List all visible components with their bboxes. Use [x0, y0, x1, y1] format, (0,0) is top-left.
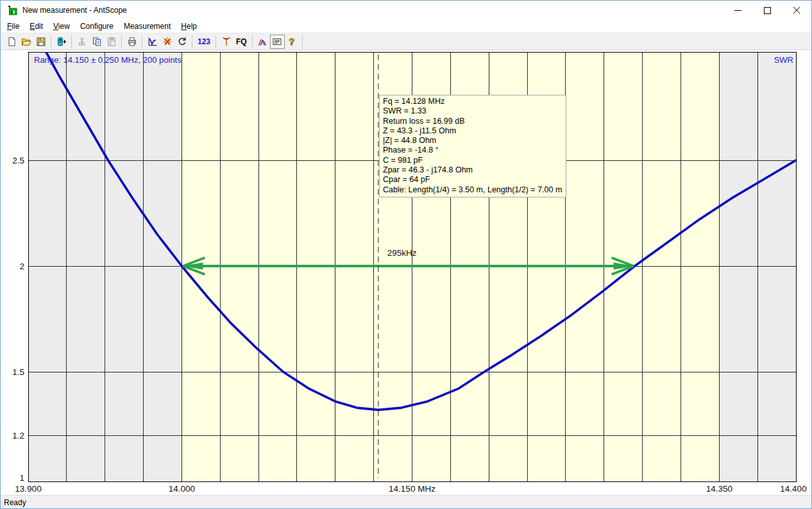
toolbar-separator [51, 35, 51, 48]
connect-analyzer-icon[interactable] [54, 35, 69, 49]
y-tick-label: 1.2 [12, 431, 24, 440]
data-tooltip-toggle-icon[interactable] [270, 35, 285, 49]
tooltip-line: Fq = 14.128 MHz [383, 97, 562, 106]
points-123-button[interactable]: 123 [195, 35, 213, 49]
new-document-icon[interactable] [4, 35, 19, 49]
window-controls [723, 1, 811, 20]
range-label: Range: 14.150 ± 0.250 MHz, 200 points [34, 55, 182, 65]
tooltip-line: C = 981 pF [383, 156, 562, 165]
swr-axis-label: SWR [774, 55, 793, 65]
toolbar-separator [121, 35, 122, 48]
save-file-icon[interactable] [33, 35, 48, 49]
tooltip-line: Cable: Length(1/4) = 3.50 m, Length(1/2)… [383, 185, 562, 195]
menu-view[interactable]: View [48, 21, 75, 33]
tooltip-line: Cpar = 64 pF [383, 175, 562, 185]
status-text: Ready [4, 498, 26, 507]
swr-chart-icon[interactable] [145, 35, 160, 49]
toolbar: 123FQ? [1, 33, 811, 50]
toolbar-separator [302, 35, 303, 48]
x-tick-label: 14.150 MHz [389, 484, 436, 494]
minimize-button[interactable] [723, 1, 752, 20]
svg-text:?: ? [289, 37, 295, 47]
menu-measurement[interactable]: Measurement [119, 21, 176, 33]
help-icon[interactable]: ? [285, 35, 300, 49]
bandwidth-label: 295kHz [387, 248, 417, 258]
tooltip-line: Zpar = 46.3 - j174.8 Ohm [383, 165, 562, 175]
refresh-icon[interactable] [174, 35, 189, 49]
y-tick-label: 1 [19, 473, 24, 483]
x-tick-label: 14.400 [780, 484, 806, 494]
menu-bar: FileEditViewConfigureMeasurementHelp [1, 20, 811, 33]
antenna-icon[interactable] [219, 35, 233, 49]
toolbar-separator [252, 35, 253, 48]
x-tick-label: 13.900 [15, 484, 41, 494]
x-tick-label: 14.350 [706, 484, 732, 494]
tooltip-line: SWR = 1.33 [383, 106, 562, 116]
rx-chart-icon[interactable] [160, 35, 174, 49]
window-title: New measurement - AntScope [22, 6, 723, 15]
y-tick-label: 2 [19, 262, 24, 271]
chart-area: 295kHz13.90014.00014.150 MHz14.35014.400… [1, 51, 812, 495]
toolbar-separator [71, 35, 72, 48]
copy-icon[interactable] [89, 35, 104, 49]
toolbar-separator [142, 35, 142, 48]
tooltip-line: |Z| = 44.8 Ohm [383, 136, 562, 146]
paste-icon[interactable] [104, 35, 119, 49]
close-button[interactable] [782, 1, 811, 20]
marker-tooltip: Fq = 14.128 MHzSWR = 1.33Return loss = 1… [379, 95, 566, 197]
y-tick-label: 2.5 [12, 156, 24, 165]
curves-icon[interactable] [255, 35, 270, 49]
frequency-fq-button[interactable]: FQ [233, 35, 250, 49]
menu-configure[interactable]: Configure [75, 21, 119, 33]
tooltip-line: Phase = -14.8 ° [383, 146, 562, 155]
x-tick-label: 14.000 [169, 484, 195, 494]
app-icon [6, 5, 18, 15]
open-file-icon[interactable] [19, 35, 33, 49]
print-icon[interactable] [124, 35, 139, 49]
menu-file[interactable]: File [2, 21, 24, 33]
maximize-button[interactable] [752, 1, 782, 20]
menu-edit[interactable]: Edit [24, 21, 48, 33]
antscope-window: New measurement - AntScope FileEditViewC… [0, 0, 812, 509]
title-bar: New measurement - AntScope [1, 1, 811, 20]
menu-help[interactable]: Help [176, 21, 202, 33]
toolbar-separator [192, 35, 192, 48]
status-bar: Ready [1, 495, 811, 509]
cut-icon[interactable] [74, 35, 89, 49]
tooltip-line: Z = 43.3 - j11.5 Ohm [383, 126, 562, 136]
y-tick-label: 1.5 [12, 367, 24, 377]
tooltip-line: Return loss = 16.99 dB [383, 117, 562, 126]
toolbar-separator [216, 35, 216, 48]
